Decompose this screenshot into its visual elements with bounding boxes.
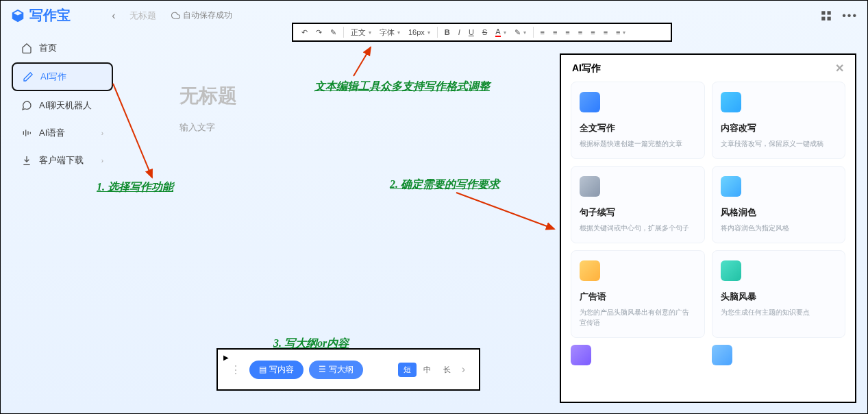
pencil-icon bbox=[23, 71, 34, 82]
editor-toolbar: ↶ ↷ ✎ 正文 字体 16px B I U S A ✎ ≡ ≡ ≡ ≡ ≡ ≡… bbox=[292, 23, 672, 42]
svg-rect-3 bbox=[828, 16, 831, 20]
annotation-1: 1. 选择写作功能 bbox=[97, 180, 173, 195]
highlight-color-button[interactable]: ✎ bbox=[512, 27, 529, 38]
font-family-select[interactable]: 字体 bbox=[377, 26, 403, 39]
voice-icon bbox=[21, 127, 32, 138]
svg-rect-0 bbox=[821, 11, 825, 14]
home-icon bbox=[21, 42, 32, 53]
more-icon[interactable]: ••• bbox=[842, 10, 858, 22]
rewrite-icon bbox=[721, 92, 741, 112]
ai-card-adcopy[interactable]: 广告语 为您的产品头脑风暴出有创意的广告宣传语 bbox=[571, 250, 705, 338]
close-button[interactable]: ✕ bbox=[835, 62, 844, 75]
font-color-button[interactable]: A bbox=[493, 26, 508, 38]
svg-rect-2 bbox=[821, 16, 825, 20]
length-medium-button[interactable]: 中 bbox=[418, 363, 436, 377]
svg-line-8 bbox=[113, 84, 152, 178]
redo-button[interactable]: ↷ bbox=[313, 27, 325, 38]
chevron-right-icon: › bbox=[101, 130, 103, 137]
svg-line-10 bbox=[456, 193, 554, 229]
align-left-button[interactable]: ≡ bbox=[538, 27, 547, 38]
fulltext-icon bbox=[580, 92, 600, 112]
ai-card-brainstorm[interactable]: 头脑风暴 为您生成任何主题的知识要点 bbox=[712, 250, 846, 338]
font-size-select[interactable]: 16px bbox=[406, 27, 433, 38]
ai-panel-title: AI写作 bbox=[572, 62, 601, 75]
ai-card-continue[interactable]: 句子续写 根据关键词或中心句，扩展多个句子 bbox=[571, 166, 705, 243]
logo-icon bbox=[10, 8, 25, 23]
autosave-status: 自动保存成功 bbox=[171, 10, 232, 21]
back-button[interactable]: ‹ bbox=[106, 8, 121, 23]
editor-area[interactable]: 无标题 输入文字 bbox=[179, 83, 549, 134]
paragraph-style-select[interactable]: 正文 bbox=[348, 26, 374, 39]
write-content-button[interactable]: ▤ 写内容 bbox=[249, 361, 303, 379]
more-options-button[interactable]: ⋮ bbox=[227, 363, 244, 376]
sidebar-item-ai-write[interactable]: AI写作 bbox=[12, 62, 113, 91]
chat-icon bbox=[21, 100, 32, 111]
svg-rect-1 bbox=[828, 11, 831, 14]
title-input[interactable]: 无标题 bbox=[179, 83, 549, 109]
align-center-button[interactable]: ≡ bbox=[550, 27, 560, 38]
length-long-button[interactable]: 长 bbox=[438, 363, 456, 377]
svg-rect-5 bbox=[25, 130, 26, 136]
continue-icon bbox=[580, 176, 600, 197]
feature-icon bbox=[712, 345, 732, 365]
strikethrough-button[interactable]: S bbox=[480, 27, 490, 38]
svg-rect-6 bbox=[27, 131, 28, 134]
app-name: 写作宝 bbox=[29, 6, 71, 25]
ai-card-rewrite[interactable]: 内容改写 文章段落改写，保留原义一键成稿 bbox=[712, 82, 846, 159]
underline-button[interactable]: U bbox=[466, 27, 477, 38]
grid-icon[interactable] bbox=[820, 10, 832, 22]
doc-icon: ▤ bbox=[259, 365, 266, 374]
undo-button[interactable]: ↶ bbox=[299, 27, 310, 38]
ai-writing-panel: AI写作 ✕ 全文写作 根据标题快速创建一篇完整的文章 内容改写 文章段落改写，… bbox=[560, 53, 856, 403]
unordered-list-button[interactable]: ≡ bbox=[601, 27, 610, 38]
annotation-3: 2. 确定需要的写作要求 bbox=[390, 178, 499, 192]
bold-button[interactable]: B bbox=[442, 27, 453, 38]
align-right-button[interactable]: ≡ bbox=[562, 27, 572, 38]
bottom-action-bar: ▶ ⋮ ▤ 写内容 ☰ 写大纲 短 中 长 › bbox=[216, 348, 480, 391]
svg-line-9 bbox=[354, 47, 371, 76]
format-painter-button[interactable]: ✎ bbox=[327, 27, 339, 38]
sidebar-item-home[interactable]: 首页 bbox=[12, 35, 113, 61]
ai-card-fulltext[interactable]: 全文写作 根据标题快速创建一篇完整的文章 bbox=[571, 82, 705, 159]
sidebar-item-download[interactable]: 客户端下载 › bbox=[12, 147, 113, 173]
cloud-icon bbox=[171, 11, 180, 20]
length-short-button[interactable]: 短 bbox=[398, 363, 417, 377]
arrow-3 bbox=[453, 189, 562, 237]
polish-icon bbox=[721, 176, 741, 197]
sidebar: 首页 AI写作 AI聊天机器人 AI语音 › 客户端下载 › bbox=[12, 35, 113, 173]
play-icon: ▶ bbox=[223, 354, 229, 361]
svg-rect-7 bbox=[30, 132, 31, 134]
download-icon bbox=[21, 155, 32, 166]
sidebar-item-ai-chat[interactable]: AI聊天机器人 bbox=[12, 93, 113, 119]
adcopy-icon bbox=[580, 260, 600, 281]
italic-button[interactable]: I bbox=[456, 27, 463, 38]
document-name: 无标题 bbox=[129, 10, 156, 22]
arrow-2 bbox=[350, 42, 419, 83]
list-icon: ☰ bbox=[319, 365, 326, 374]
ai-card-polish[interactable]: 风格润色 将内容润色为指定风格 bbox=[712, 166, 846, 243]
brainstorm-icon bbox=[721, 260, 741, 281]
app-logo: 写作宝 bbox=[10, 6, 71, 25]
chevron-right-icon: › bbox=[101, 157, 103, 165]
next-button[interactable]: › bbox=[458, 361, 469, 378]
body-input[interactable]: 输入文字 bbox=[179, 121, 549, 134]
sidebar-item-ai-voice[interactable]: AI语音 › bbox=[12, 120, 113, 146]
ordered-list-button[interactable]: ≡ bbox=[588, 27, 597, 38]
align-justify-button[interactable]: ≡ bbox=[575, 27, 585, 38]
write-outline-button[interactable]: ☰ 写大纲 bbox=[309, 361, 363, 379]
line-height-button[interactable]: ≡ bbox=[613, 27, 628, 38]
feature-icon bbox=[571, 345, 591, 365]
svg-rect-4 bbox=[23, 131, 24, 134]
